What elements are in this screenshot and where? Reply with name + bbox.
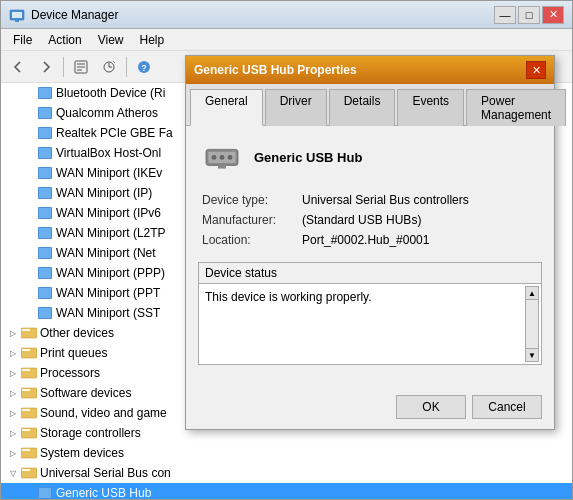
svg-rect-17 <box>39 148 51 158</box>
device-icon <box>37 285 53 301</box>
dialog-buttons: OK Cancel <box>186 389 554 429</box>
menu-view[interactable]: View <box>90 31 132 49</box>
category-icon <box>21 365 37 381</box>
manufacturer-value: (Standard USB HUBs) <box>298 210 542 230</box>
expand-icon-2 <box>21 125 37 141</box>
category-icon <box>21 465 37 481</box>
cancel-button[interactable]: Cancel <box>472 395 542 419</box>
expand-icon-2 <box>21 485 37 499</box>
scrollbar[interactable]: ▲ ▼ <box>525 286 539 362</box>
expand-icon-2 <box>21 85 37 101</box>
menu-action[interactable]: Action <box>40 31 89 49</box>
category-icon <box>21 445 37 461</box>
expand-icon: ▷ <box>5 445 21 461</box>
tab-driver[interactable]: Driver <box>265 89 327 126</box>
svg-rect-37 <box>22 349 30 351</box>
tree-item-generic-usb-hub[interactable]: Generic USB Hub <box>1 483 572 499</box>
property-row-location: Location: Port_#0002.Hub_#0001 <box>198 230 542 250</box>
tab-details[interactable]: Details <box>329 89 396 126</box>
device-status-content: This device is working properly. ▲ ▼ <box>199 284 541 364</box>
device-name: Generic USB Hub <box>254 150 362 165</box>
expand-icon <box>5 85 21 101</box>
tab-general[interactable]: General <box>190 89 263 126</box>
device-status-text: This device is working properly. <box>205 290 372 304</box>
tree-item-usb-controllers[interactable]: ▽ Universal Serial Bus con <box>1 463 572 483</box>
svg-rect-45 <box>22 429 30 431</box>
device-icon <box>37 205 53 221</box>
window-controls: — □ ✕ <box>494 6 564 24</box>
menu-file[interactable]: File <box>5 31 40 49</box>
toolbar-sep-1 <box>63 57 64 77</box>
svg-rect-19 <box>39 168 51 178</box>
expand-icon-2 <box>21 305 37 321</box>
maximize-button[interactable]: □ <box>518 6 540 24</box>
svg-rect-15 <box>39 128 51 138</box>
expand-icon-2 <box>21 145 37 161</box>
expand-icon <box>5 125 21 141</box>
expand-icon <box>5 245 21 261</box>
tab-bar: General Driver Details Events Power Mana… <box>186 84 554 126</box>
device-type-value: Universal Serial Bus controllers <box>298 190 542 210</box>
expand-icon <box>5 145 21 161</box>
tab-events[interactable]: Events <box>397 89 464 126</box>
svg-rect-23 <box>39 208 51 218</box>
device-icon <box>37 165 53 181</box>
expand-icon-2 <box>21 225 37 241</box>
svg-rect-27 <box>39 248 51 258</box>
expand-icon-2 <box>21 285 37 301</box>
expand-icon <box>5 205 21 221</box>
toolbar-sep-2 <box>126 57 127 77</box>
close-button[interactable]: ✕ <box>542 6 564 24</box>
expand-icon-2 <box>21 105 37 121</box>
expand-icon-2 <box>21 185 37 201</box>
location-label: Location: <box>198 230 298 250</box>
device-icon <box>37 145 53 161</box>
toolbar-scan[interactable] <box>96 55 122 79</box>
expand-icon <box>5 265 21 281</box>
scroll-down[interactable]: ▼ <box>525 348 539 362</box>
property-table: Device type: Universal Serial Bus contro… <box>198 190 542 250</box>
svg-rect-49 <box>22 469 30 471</box>
expand-icon-2 <box>21 245 37 261</box>
window-title: Device Manager <box>31 8 494 22</box>
toolbar-help[interactable]: ? <box>131 55 157 79</box>
expand-icon: ▷ <box>5 385 21 401</box>
tab-power-management[interactable]: Power Management <box>466 89 566 126</box>
dialog-close-button[interactable]: ✕ <box>526 61 546 79</box>
ok-button[interactable]: OK <box>396 395 466 419</box>
dialog-title-bar: Generic USB Hub Properties ✕ <box>186 56 554 84</box>
svg-rect-1 <box>12 12 22 18</box>
scroll-up[interactable]: ▲ <box>525 286 539 300</box>
svg-rect-33 <box>39 308 51 318</box>
toolbar-properties[interactable] <box>68 55 94 79</box>
scroll-track[interactable] <box>525 300 539 348</box>
toolbar-forward[interactable] <box>33 55 59 79</box>
svg-rect-13 <box>39 108 51 118</box>
svg-rect-35 <box>22 329 30 331</box>
svg-rect-51 <box>39 488 51 498</box>
device-status-label: Device status <box>199 263 541 284</box>
expand-icon <box>5 165 21 181</box>
category-icon <box>21 345 37 361</box>
svg-rect-31 <box>39 288 51 298</box>
device-icon <box>37 265 53 281</box>
category-icon <box>21 425 37 441</box>
minimize-button[interactable]: — <box>494 6 516 24</box>
device-icon <box>37 185 53 201</box>
location-value: Port_#0002.Hub_#0001 <box>298 230 542 250</box>
usb-device-icon <box>37 485 53 499</box>
device-icon <box>37 85 53 101</box>
menu-help[interactable]: Help <box>132 31 173 49</box>
toolbar-back[interactable] <box>5 55 31 79</box>
tree-item-system-devices[interactable]: ▷ System devices <box>1 443 572 463</box>
properties-dialog: Generic USB Hub Properties ✕ General Dri… <box>185 55 555 430</box>
device-icon <box>37 305 53 321</box>
expand-icon <box>5 105 21 121</box>
device-icon <box>37 245 53 261</box>
expand-icon: ▷ <box>5 425 21 441</box>
device-icon <box>37 225 53 241</box>
svg-point-60 <box>228 155 233 160</box>
dialog-content: Generic USB Hub Device type: Universal S… <box>186 126 554 389</box>
dialog-title: Generic USB Hub Properties <box>194 63 526 77</box>
svg-rect-41 <box>22 389 30 391</box>
